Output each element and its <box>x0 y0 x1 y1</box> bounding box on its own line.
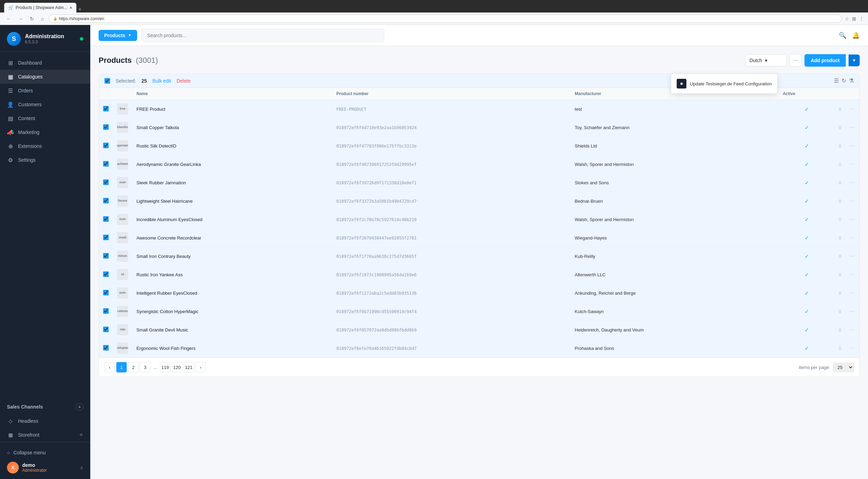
search-bar[interactable] <box>141 29 384 42</box>
row-checkbox[interactable] <box>103 198 109 203</box>
page-button-120[interactable]: 120 <box>172 362 182 372</box>
row-name-cell[interactable]: Intelligent Rubber EyesClosed <box>132 284 332 302</box>
row-actions-cell[interactable]: ··· <box>845 118 859 137</box>
row-checkbox-cell[interactable] <box>99 247 113 266</box>
row-actions-cell[interactable]: ··· <box>845 137 859 155</box>
row-name-cell[interactable]: Aerodynamic Granite GearLinka <box>132 155 332 174</box>
row-checkbox[interactable] <box>103 253 109 259</box>
row-actions-cell[interactable]: ··· <box>845 321 859 339</box>
browser-menu-icon[interactable]: ⋮ <box>859 16 864 22</box>
refresh-button[interactable]: ↻ <box>842 77 846 84</box>
more-options-button[interactable]: ··· <box>790 54 802 67</box>
row-name-cell[interactable]: Ergonomic Wool Fish Fingers <box>132 339 332 358</box>
row-name-cell[interactable]: Rustic Silk DetectID <box>132 137 332 155</box>
storefront-visibility-icon[interactable]: 👁 <box>79 432 83 437</box>
row-action-menu-button[interactable]: ··· <box>850 198 855 204</box>
sidebar-item-storefront[interactable]: ▦ Storefront 👁 <box>0 428 90 442</box>
next-page-button[interactable]: › <box>195 362 206 372</box>
row-action-menu-button[interactable]: ··· <box>850 327 855 333</box>
sidebar-item-extensions[interactable]: ⊕ Extensions <box>0 139 90 153</box>
row-name-cell[interactable]: Small Copper Talkola <box>132 118 332 137</box>
col-product-number[interactable]: Product number <box>332 88 570 100</box>
update-feed-config-item[interactable]: ■ Update Testsieger.de Feed Configuratio… <box>673 75 776 92</box>
row-manufacturer-cell[interactable]: Walsh, Sporer and Hermiston <box>570 210 778 229</box>
delete-button[interactable]: Delete <box>177 78 191 84</box>
row-manufacturer-cell[interactable]: Prohaska and Sons <box>570 339 778 358</box>
sidebar-item-headless[interactable]: ◇ Headless <box>0 414 90 428</box>
row-checkbox-cell[interactable] <box>99 174 113 192</box>
row-checkbox[interactable] <box>103 345 109 351</box>
row-action-menu-button[interactable]: ··· <box>850 271 855 277</box>
row-name-cell[interactable]: FREE Product <box>132 100 332 118</box>
products-dropdown-button[interactable]: Products ▼ <box>99 30 137 41</box>
row-checkbox-cell[interactable] <box>99 118 113 137</box>
home-button[interactable]: ⌂ <box>39 15 46 22</box>
sidebar-item-content[interactable]: ▤ Content <box>0 111 90 125</box>
sidebar-item-orders[interactable]: ☰ Orders <box>0 84 90 98</box>
row-manufacturer-cell[interactable]: Kutch-Sawayn <box>570 302 778 321</box>
page-button-2[interactable]: 2 <box>128 362 139 372</box>
prev-page-button[interactable]: ‹ <box>105 362 115 372</box>
row-checkbox[interactable] <box>103 216 109 222</box>
row-action-menu-button[interactable]: ··· <box>850 143 855 149</box>
row-checkbox[interactable] <box>103 179 109 185</box>
row-action-menu-button[interactable]: ··· <box>850 124 855 130</box>
add-sales-channel-button[interactable]: + <box>76 403 83 411</box>
col-active[interactable]: Active <box>778 88 835 100</box>
row-checkbox[interactable] <box>103 106 109 111</box>
row-checkbox[interactable] <box>103 327 109 332</box>
row-checkbox-cell[interactable] <box>99 210 113 229</box>
row-action-menu-button[interactable]: ··· <box>850 253 855 259</box>
row-actions-cell[interactable]: ··· <box>845 100 859 118</box>
items-per-page-select[interactable]: 10 25 50 100 <box>833 363 854 372</box>
row-manufacturer-cell[interactable]: Bednar-Bruen <box>570 192 778 210</box>
row-name-cell[interactable]: Small Iron Contrary Beauty <box>132 247 332 266</box>
row-name-cell[interactable]: Rustic Iron Yankee Ass <box>132 266 332 284</box>
row-actions-cell[interactable]: ··· <box>845 229 859 247</box>
extensions-icon[interactable]: ⊞ <box>852 16 856 22</box>
row-action-menu-button[interactable]: ··· <box>850 106 855 112</box>
row-checkbox[interactable] <box>103 161 109 167</box>
row-checkbox-cell[interactable] <box>99 284 113 302</box>
row-manufacturer-cell[interactable]: Heidenreich, Daugherty and Veum <box>570 321 778 339</box>
row-manufacturer-cell[interactable]: Stokes and Sons <box>570 174 778 192</box>
row-checkbox[interactable] <box>103 290 109 295</box>
tab-close-button[interactable]: ✕ <box>69 6 72 10</box>
filter-button[interactable]: ⚗ <box>849 77 854 84</box>
row-checkbox-cell[interactable] <box>99 266 113 284</box>
column-toggle-button[interactable]: ☰ <box>834 77 839 84</box>
row-actions-cell[interactable]: ··· <box>845 155 859 174</box>
user-menu-chevron-icon[interactable]: ∧ <box>80 465 83 470</box>
row-actions-cell[interactable]: ··· <box>845 192 859 210</box>
page-button-1[interactable]: 1 <box>116 362 127 372</box>
row-checkbox-cell[interactable] <box>99 302 113 321</box>
language-select[interactable]: Dutch ▾ <box>745 54 787 66</box>
collapse-menu-button[interactable]: ○ Collapse menu <box>7 448 83 457</box>
row-checkbox-cell[interactable] <box>99 137 113 155</box>
row-manufacturer-cell[interactable]: Wiegand-Hayes <box>570 229 778 247</box>
notification-bell-icon[interactable]: 🔔 <box>852 32 860 39</box>
col-name[interactable]: Name <box>132 88 332 100</box>
row-actions-cell[interactable]: ··· <box>845 302 859 321</box>
row-actions-cell[interactable]: ··· <box>845 339 859 358</box>
sidebar-item-settings[interactable]: ⚙ Settings <box>0 153 90 167</box>
row-checkbox-cell[interactable] <box>99 192 113 210</box>
row-manufacturer-cell[interactable]: Ankunding, Reichel and Berge <box>570 284 778 302</box>
row-checkbox-cell[interactable] <box>99 339 113 358</box>
row-actions-cell[interactable]: ··· <box>845 174 859 192</box>
row-name-cell[interactable]: Synergistic Cotton HyperMagic <box>132 302 332 321</box>
row-actions-cell[interactable]: ··· <box>845 284 859 302</box>
add-product-dropdown-button[interactable]: ▼ <box>849 54 860 66</box>
row-manufacturer-cell[interactable]: Altenwerth LLC <box>570 266 778 284</box>
row-manufacturer-cell[interactable]: Toy, Schaefer and Ziemann <box>570 118 778 137</box>
sidebar-item-customers[interactable]: 👤 Customers <box>0 98 90 111</box>
forward-button[interactable]: → <box>16 15 25 22</box>
row-actions-cell[interactable]: ··· <box>845 210 859 229</box>
browser-tab-active[interactable]: 🛒 Products | Shopware Adm... ✕ <box>4 3 76 12</box>
row-name-cell[interactable]: Lightweight Steel Hairricane <box>132 192 332 210</box>
bulk-edit-button[interactable]: Bulk edit <box>152 78 171 84</box>
row-action-menu-button[interactable]: ··· <box>850 308 855 314</box>
row-manufacturer-cell[interactable]: Walsh, Sporer and Hermiston <box>570 155 778 174</box>
sidebar-item-catalogues[interactable]: ▦ Catalogues <box>0 70 90 84</box>
row-name-cell[interactable]: Small Granite Devil Music <box>132 321 332 339</box>
